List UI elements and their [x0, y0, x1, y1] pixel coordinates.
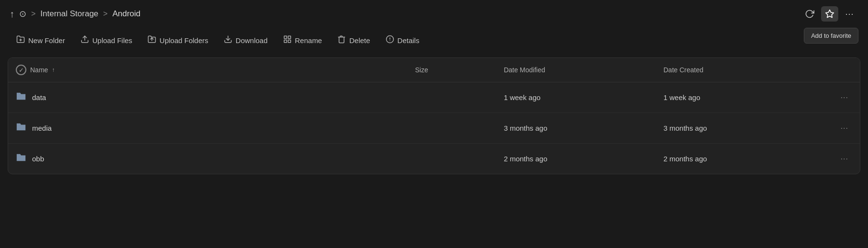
- table-header-row: ✓ Name ↑ Size Date Modified Date Created: [8, 58, 860, 82]
- row-actions-button-media[interactable]: ···: [837, 122, 852, 135]
- breadcrumb-nav: ↑ ⊙ > Internal Storage > Android: [10, 9, 140, 20]
- svg-marker-0: [826, 10, 834, 18]
- favorite-tooltip: Add to favorite: [804, 28, 858, 44]
- svg-rect-6: [284, 36, 286, 38]
- download-label: Download: [236, 36, 268, 45]
- table-row[interactable]: obb 2 months ago 2 months ago ···: [8, 144, 860, 174]
- col-modified-label: Date Modified: [504, 66, 545, 74]
- upload-folders-label: Upload Folders: [160, 36, 208, 45]
- table-row[interactable]: data 1 week ago 1 week ago ···: [8, 82, 860, 113]
- file-created-data: 1 week ago: [656, 82, 815, 113]
- file-size-obb: [407, 144, 496, 174]
- new-folder-icon: [16, 35, 25, 45]
- folder-icon-media: [16, 122, 26, 135]
- details-button[interactable]: Details: [379, 32, 426, 49]
- upload-folders-icon: [148, 35, 156, 45]
- sort-arrow-icon: ↑: [52, 67, 55, 73]
- col-header-actions: [815, 58, 860, 82]
- file-modified-media: 3 months ago: [496, 113, 656, 144]
- refresh-button[interactable]: [801, 6, 818, 22]
- select-all-checkbox[interactable]: ✓: [16, 65, 26, 75]
- file-created-media: 3 months ago: [656, 113, 815, 144]
- details-label: Details: [398, 36, 420, 45]
- file-actions-cell-media[interactable]: ···: [815, 113, 860, 144]
- upload-files-label: Upload Files: [92, 36, 132, 45]
- breadcrumb-internal-storage[interactable]: Internal Storage: [40, 9, 98, 19]
- file-size-media: [407, 113, 496, 144]
- svg-rect-9: [284, 40, 286, 43]
- star-icon: [825, 9, 834, 19]
- file-name-cell-data[interactable]: data: [8, 82, 407, 113]
- nav-actions: ⋯ Add to favorite: [801, 6, 858, 22]
- download-button[interactable]: Download: [217, 32, 274, 49]
- breadcrumb-separator-2: >: [103, 10, 107, 18]
- upload-files-button[interactable]: Upload Files: [74, 32, 139, 49]
- file-actions-cell-obb[interactable]: ···: [815, 144, 860, 174]
- details-icon: [386, 35, 394, 45]
- col-size-label: Size: [415, 66, 428, 74]
- col-header-modified[interactable]: Date Modified: [496, 58, 656, 82]
- file-table-container: ✓ Name ↑ Size Date Modified Date Created: [8, 57, 860, 174]
- file-created-obb: 2 months ago: [656, 144, 815, 174]
- upload-folders-button[interactable]: Upload Folders: [141, 32, 215, 49]
- delete-label: Delete: [349, 36, 370, 45]
- file-table: ✓ Name ↑ Size Date Modified Date Created: [8, 58, 860, 174]
- file-size-data: [407, 82, 496, 113]
- svg-rect-8: [288, 40, 290, 43]
- folder-icon-data: [16, 91, 26, 104]
- refresh-icon: [805, 9, 814, 19]
- col-name-label: Name: [30, 66, 48, 74]
- upload-files-icon: [80, 35, 89, 45]
- file-name-media: media: [32, 124, 52, 132]
- col-created-label: Date Created: [663, 66, 703, 74]
- file-name-cell-media[interactable]: media: [8, 113, 407, 144]
- favorite-button[interactable]: [821, 6, 838, 22]
- file-name-cell-obb[interactable]: obb: [8, 144, 407, 174]
- nav-bar: ↑ ⊙ > Internal Storage > Android ⋯ Add t…: [0, 0, 868, 28]
- drive-icon: ⊙: [19, 9, 26, 19]
- row-actions-button-data[interactable]: ···: [837, 91, 852, 104]
- breadcrumb-separator-1: >: [31, 10, 35, 18]
- delete-button[interactable]: Delete: [331, 32, 377, 49]
- col-header-name[interactable]: ✓ Name ↑: [8, 58, 407, 82]
- row-actions-button-obb[interactable]: ···: [837, 153, 852, 165]
- rename-label: Rename: [295, 36, 322, 45]
- file-actions-cell-data[interactable]: ···: [815, 82, 860, 113]
- delete-icon: [337, 35, 346, 45]
- col-header-size[interactable]: Size: [407, 58, 496, 82]
- up-button[interactable]: ↑: [10, 9, 14, 20]
- breadcrumb-android[interactable]: Android: [113, 9, 141, 19]
- toolbar: New Folder Upload Files Upload Folders: [0, 28, 868, 56]
- more-button[interactable]: ⋯: [841, 6, 858, 22]
- download-icon: [224, 35, 232, 45]
- svg-rect-7: [288, 36, 290, 38]
- file-modified-obb: 2 months ago: [496, 144, 656, 174]
- rename-icon: [283, 35, 292, 45]
- file-name-obb: obb: [32, 155, 44, 163]
- new-folder-label: New Folder: [28, 36, 65, 45]
- folder-icon-obb: [16, 152, 26, 165]
- file-modified-data: 1 week ago: [496, 82, 656, 113]
- rename-button[interactable]: Rename: [276, 32, 329, 49]
- col-header-created[interactable]: Date Created: [656, 58, 815, 82]
- file-name-data: data: [32, 93, 46, 101]
- table-row[interactable]: media 3 months ago 3 months ago ···: [8, 113, 860, 144]
- new-folder-button[interactable]: New Folder: [10, 32, 72, 49]
- more-icon: ⋯: [845, 9, 855, 19]
